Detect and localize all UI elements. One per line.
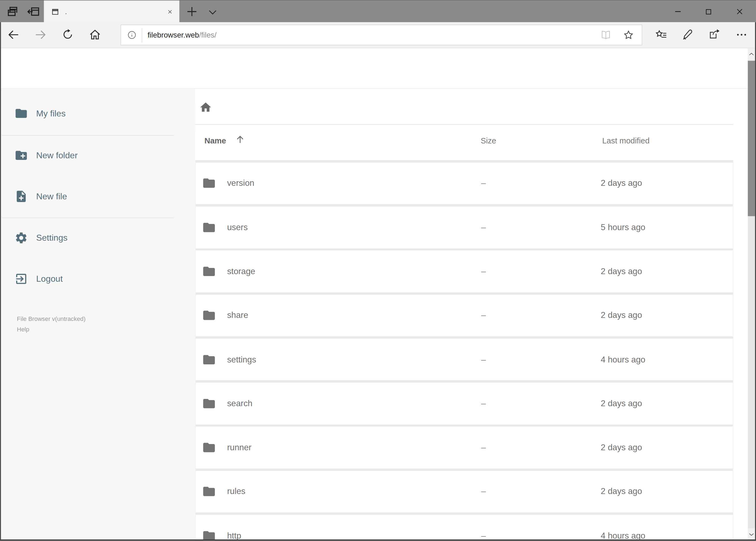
file-size: – xyxy=(481,442,486,453)
file-name: runner xyxy=(227,442,251,453)
sidebar-divider xyxy=(2,218,173,218)
column-header-modified[interactable]: Last modified xyxy=(602,136,649,145)
table-row-search[interactable]: search – 2 days ago xyxy=(196,383,733,425)
tab-list-chevron-icon[interactable] xyxy=(207,6,218,18)
sidebar-item-logout[interactable]: Logout xyxy=(0,266,195,292)
hub-favorites-button[interactable] xyxy=(655,28,669,42)
new-file-icon xyxy=(15,190,28,203)
scrollbar-thumb[interactable] xyxy=(748,61,755,216)
folder-icon xyxy=(202,529,216,541)
file-name: search xyxy=(227,398,252,409)
column-header-size[interactable]: Size xyxy=(481,136,496,145)
window-minimize-button[interactable] xyxy=(663,1,693,23)
file-name: version xyxy=(227,178,254,189)
file-size: – xyxy=(481,178,486,189)
sidebar-item-label: New file xyxy=(36,191,67,202)
file-modified: 2 days ago xyxy=(601,398,642,409)
table-row-http[interactable]: http – 4 hours ago xyxy=(196,515,733,541)
set-tabs-aside-icon[interactable] xyxy=(26,5,40,18)
window-border-right xyxy=(755,22,756,541)
tab-title: . xyxy=(65,8,167,15)
table-row-runner[interactable]: runner – 2 days ago xyxy=(196,427,733,469)
sidebar-item-new-file[interactable]: New file xyxy=(0,183,195,210)
page-scrollbar[interactable] xyxy=(748,48,755,540)
file-modified: 2 days ago xyxy=(601,178,642,189)
sidebar-item-label: New folder xyxy=(36,150,78,161)
file-size: – xyxy=(481,310,486,320)
file-rows: version – 2 days ago users – 5 hours ago… xyxy=(195,160,733,541)
folder-icon xyxy=(202,176,216,191)
file-modified: 2 days ago xyxy=(601,487,642,497)
file-modified: 5 hours ago xyxy=(601,222,645,233)
help-link[interactable]: Help xyxy=(17,326,29,333)
share-button[interactable] xyxy=(708,28,722,42)
file-name: storage xyxy=(227,266,255,276)
folder-icon xyxy=(202,396,216,410)
window-close-button[interactable] xyxy=(725,1,755,23)
file-name: rules xyxy=(227,487,245,497)
file-name: share xyxy=(227,310,248,320)
browser-tab[interactable]: . xyxy=(44,1,179,23)
url-host: filebrowser.web xyxy=(147,31,199,39)
file-modified: 4 hours ago xyxy=(601,354,645,365)
scrollbar-up-button[interactable] xyxy=(748,48,755,60)
tab-preview-icon[interactable] xyxy=(6,5,19,18)
settings-more-ellipsis-button[interactable] xyxy=(735,28,749,42)
file-modified: 2 days ago xyxy=(601,442,642,453)
gear-icon xyxy=(15,231,28,245)
url-text[interactable]: filebrowser.web/files/ xyxy=(147,31,600,39)
reading-view-icon[interactable] xyxy=(600,29,611,41)
breadcrumb-home-icon[interactable] xyxy=(199,101,212,114)
site-info-icon[interactable] xyxy=(127,30,137,40)
file-size: – xyxy=(481,354,486,365)
back-button[interactable] xyxy=(7,28,21,42)
home-button[interactable] xyxy=(89,28,102,42)
sidebar-divider xyxy=(2,135,173,136)
table-row-users[interactable]: users – 5 hours ago xyxy=(196,207,733,249)
sidebar-item-label: Logout xyxy=(36,274,63,284)
forward-button[interactable] xyxy=(34,28,48,42)
scrollbar-down-button[interactable] xyxy=(748,528,755,540)
sort-ascending-arrow-icon[interactable] xyxy=(235,134,245,145)
refresh-button[interactable] xyxy=(62,28,75,42)
table-row-settings[interactable]: settings – 4 hours ago xyxy=(196,339,733,380)
sidebar: My files New folder New file Settings Lo… xyxy=(0,89,195,540)
tab-page-icon xyxy=(51,8,59,16)
window-border-bottom xyxy=(0,539,756,541)
tab-close-icon[interactable] xyxy=(167,8,173,15)
table-row-storage[interactable]: storage – 2 days ago xyxy=(196,251,733,292)
window-maximize-button[interactable] xyxy=(693,1,723,23)
folder-icon xyxy=(202,352,216,366)
folder-icon xyxy=(202,265,216,278)
new-tab-button[interactable] xyxy=(185,5,199,18)
sidebar-item-new-folder[interactable]: New folder xyxy=(0,142,195,169)
address-bar[interactable]: filebrowser.web/files/ xyxy=(121,25,642,45)
add-favorite-star-icon[interactable] xyxy=(623,29,634,41)
table-row-version[interactable]: version – 2 days ago xyxy=(196,162,733,204)
filebrowser-header xyxy=(0,48,756,89)
web-notes-pen-button[interactable] xyxy=(682,28,695,42)
address-separator xyxy=(142,28,142,42)
file-name: settings xyxy=(227,354,256,365)
browser-titlebar: . xyxy=(0,0,756,22)
browser-window: . filebrowser.web/files/ xyxy=(0,0,756,541)
file-size: – xyxy=(481,266,486,276)
file-modified: 2 days ago xyxy=(601,310,642,320)
folder-icon xyxy=(202,440,216,455)
logout-icon xyxy=(15,272,28,286)
browser-toolbar: filebrowser.web/files/ xyxy=(0,22,756,48)
column-header-name[interactable]: Name xyxy=(204,136,226,145)
window-border-left xyxy=(0,22,1,541)
sidebar-item-settings[interactable]: Settings xyxy=(0,225,195,252)
sidebar-item-my-files[interactable]: My files xyxy=(0,100,195,127)
folder-icon xyxy=(202,308,216,322)
sidebar-item-label: Settings xyxy=(36,233,68,243)
app-version-text: File Browser v(untracked) xyxy=(17,315,86,322)
table-row-rules[interactable]: rules – 2 days ago xyxy=(196,471,733,513)
listing-column-headers: Name Size Last modified xyxy=(195,125,733,160)
folder-icon xyxy=(202,221,216,235)
file-name: users xyxy=(227,222,247,233)
file-listing-area: Name Size Last modified version – 2 days… xyxy=(195,89,748,540)
file-size: – xyxy=(481,222,486,233)
table-row-share[interactable]: share – 2 days ago xyxy=(196,295,733,336)
